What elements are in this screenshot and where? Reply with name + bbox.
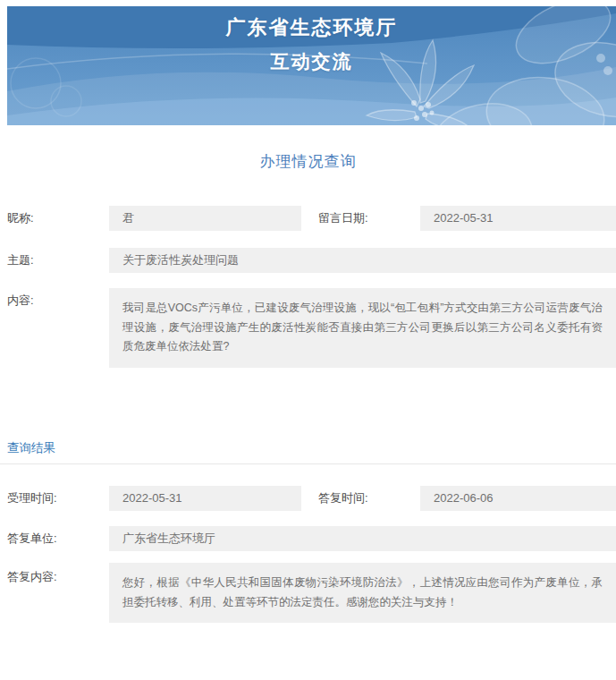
reply-content-label: 答复内容: xyxy=(7,565,57,590)
accept-time-label: 受理时间: xyxy=(7,486,57,511)
nickname-field: 君 xyxy=(109,206,301,231)
query-result-heading: 查询结果 xyxy=(7,439,55,457)
reply-time-field: 2022-06-06 xyxy=(420,486,616,511)
message-date-label: 留言日期: xyxy=(318,206,368,231)
message-date-field: 2022-05-31 xyxy=(420,206,616,231)
accept-time-field: 2022-05-31 xyxy=(109,486,301,511)
result-divider xyxy=(0,463,616,464)
subject-field: 关于废活性炭处理问题 xyxy=(109,248,616,273)
page-title: 办理情况查询 xyxy=(0,151,616,172)
nickname-label: 昵称: xyxy=(7,206,34,231)
page: 广东省生态环境厅 互动交流 办理情况查询 昵称: 君 留言日期: 2022-05… xyxy=(0,0,616,680)
banner: 广东省生态环境厅 互动交流 xyxy=(7,6,616,125)
reply-unit-field: 广东省生态环境厅 xyxy=(109,526,616,551)
content-field: 我司是总VOCs产污单位，已建设废气治理设施，现以“包工包料”方式交由第三方公司… xyxy=(109,288,616,368)
reply-time-label: 答复时间: xyxy=(318,486,368,511)
subject-label: 主题: xyxy=(7,248,34,273)
content-label: 内容: xyxy=(7,288,34,313)
banner-title: 广东省生态环境厅 xyxy=(7,14,616,41)
reply-content-field: 您好，根据《中华人民共和国固体废物污染环境防治法》，上述情况应由您司作为产废单位… xyxy=(109,563,616,623)
banner-subtitle: 互动交流 xyxy=(7,49,616,74)
reply-unit-label: 答复单位: xyxy=(7,526,57,551)
